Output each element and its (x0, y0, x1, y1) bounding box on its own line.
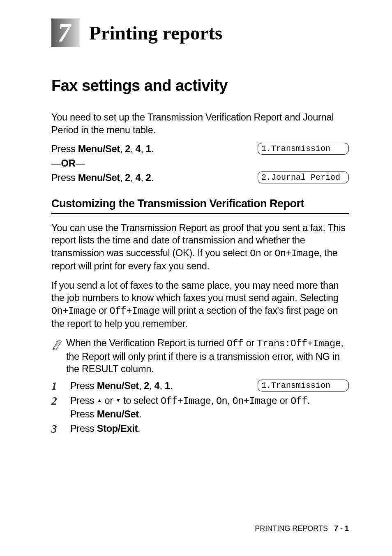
note-block: When the Verification Report is turned O… (51, 337, 349, 375)
menu-seq-1-text: Press Menu/Set, 2, 4, 1. (51, 143, 249, 155)
step-2: 2 Press ▲ or ▼ to select Off+Image, On, … (51, 394, 349, 421)
lcd-transmission: 1.Transmission (258, 143, 349, 155)
step-2-text: Press ▲ or ▼ to select Off+Image, On, On… (70, 394, 349, 421)
menu-seq-2: Press Menu/Set, 2, 4, 2. 2.Journal Perio… (51, 171, 349, 184)
menu-seq-1: Press Menu/Set, 2, 4, 1. 1.Transmission (51, 143, 349, 155)
intro-text: You need to set up the Transmission Veri… (51, 111, 349, 136)
chapter-number: 7 (58, 20, 74, 46)
subsection-rule (51, 213, 349, 214)
step-3: 3 Press Stop/Exit. (51, 422, 349, 436)
lcd-journal: 2.Journal Period (258, 171, 349, 183)
footer-label: PRINTING REPORTS (255, 524, 328, 533)
note-icon (51, 337, 66, 375)
subsection-title: Customizing the Transmission Verificatio… (51, 197, 349, 210)
para-2: If you send a lot of faxes to the same p… (51, 279, 349, 330)
footer-page: 7 - 1 (334, 524, 349, 533)
down-arrow-icon: ▼ (115, 397, 121, 404)
or-line: —OR— (51, 158, 349, 169)
up-arrow-icon: ▲ (97, 397, 102, 404)
step-number-3: 3 (51, 422, 70, 436)
step-number-1: 1 (51, 380, 70, 393)
section-title: Fax settings and activity (51, 77, 349, 95)
chapter-badge: 7 (51, 19, 80, 47)
step-3-text: Press Stop/Exit. (70, 422, 349, 436)
lcd-transmission-step: 1.Transmission (258, 380, 349, 392)
note-text: When the Verification Report is turned O… (66, 337, 349, 375)
para-1: You can use the Transmission Report as p… (51, 222, 349, 273)
chapter-header: 7 Printing reports (51, 19, 349, 47)
chapter-title: Printing reports (89, 22, 222, 44)
menu-seq-2-text: Press Menu/Set, 2, 4, 2. (51, 171, 249, 184)
step-1-text: Press Menu/Set, 2, 4, 1. (70, 380, 249, 393)
page-footer: PRINTING REPORTS 7 - 1 (255, 524, 349, 533)
step-number-2: 2 (51, 394, 70, 421)
step-1: 1 Press Menu/Set, 2, 4, 1. 1.Transmissio… (51, 380, 349, 393)
